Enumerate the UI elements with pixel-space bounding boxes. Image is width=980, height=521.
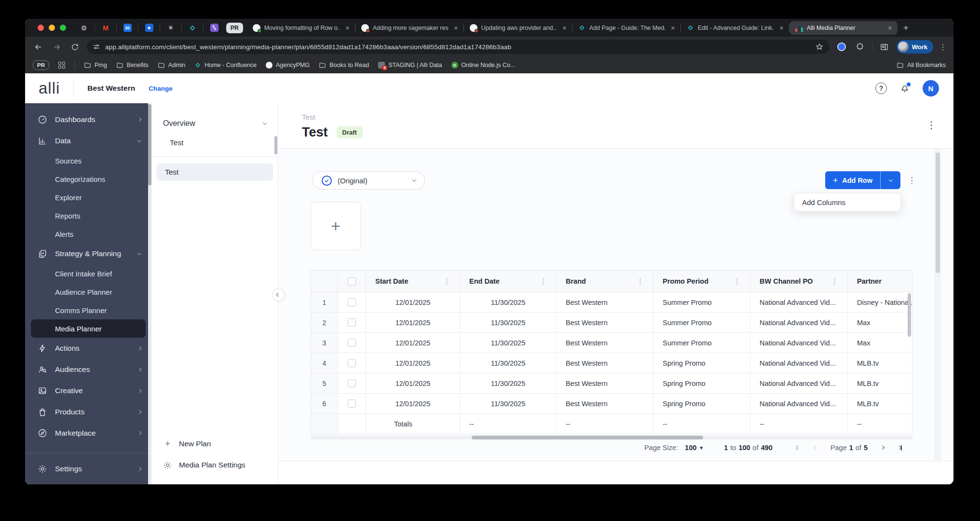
tab-1[interactable]: Adding more sagemaker res... × bbox=[355, 21, 463, 35]
close-tab-icon[interactable]: × bbox=[452, 24, 460, 32]
bookmark-pmg[interactable]: Pmg bbox=[84, 62, 107, 69]
page-scrollbar-track[interactable] bbox=[934, 149, 941, 461]
column-header-promo-period[interactable]: Promo Period⋮ bbox=[653, 271, 750, 292]
close-tab-icon[interactable]: × bbox=[778, 24, 785, 32]
add-tile-button[interactable]: + bbox=[311, 202, 361, 250]
cell-partner[interactable]: MLB.tv bbox=[848, 353, 912, 373]
add-row-dropdown-button[interactable] bbox=[880, 171, 900, 189]
tab-3[interactable]: Add Page - Guide: The Med... × bbox=[572, 21, 681, 35]
column-header-partner[interactable]: Partner bbox=[848, 271, 912, 292]
user-avatar[interactable]: N bbox=[923, 80, 939, 96]
help-button[interactable]: ? bbox=[875, 82, 887, 94]
cell-promo-period[interactable]: Summer Promo bbox=[653, 292, 750, 312]
cell-start-date[interactable]: 12/01/2025 bbox=[366, 353, 460, 373]
row-checkbox[interactable] bbox=[348, 379, 356, 387]
reload-button[interactable] bbox=[68, 41, 81, 53]
overview-section-header[interactable]: Overview bbox=[151, 114, 278, 133]
cell-bw-channel-po[interactable]: National Advanced Vid... bbox=[750, 292, 848, 312]
column-menu-icon[interactable]: ⋮ bbox=[831, 277, 838, 286]
cell-start-date[interactable]: 12/01/2025 bbox=[366, 292, 460, 312]
row-checkbox[interactable] bbox=[348, 399, 356, 408]
panel-scrollbar-thumb[interactable] bbox=[274, 136, 277, 154]
sidebar-item-creative[interactable]: Creative bbox=[25, 380, 151, 401]
cell-promo-period[interactable]: Spring Promo bbox=[653, 353, 750, 373]
sidebar-item-comms-planner[interactable]: Comms Planner bbox=[25, 301, 151, 319]
sidebar-search-button[interactable] bbox=[878, 41, 891, 53]
row-checkbox[interactable] bbox=[348, 298, 356, 306]
page-menu-button[interactable]: ⋮ bbox=[926, 119, 936, 131]
sidebar-item-marketplace[interactable]: Marketplace bbox=[25, 423, 151, 444]
apps-grid-icon[interactable] bbox=[58, 62, 65, 69]
bookmark-admin[interactable]: Admin bbox=[158, 62, 185, 69]
media-plan-settings-button[interactable]: Media Plan Settings bbox=[151, 454, 278, 476]
cell-promo-period[interactable]: Spring Promo bbox=[653, 393, 750, 413]
column-header-start-date[interactable]: Start Date⋮ bbox=[366, 271, 460, 292]
tab-4[interactable]: Edit - Advanced Guide: Link... × bbox=[681, 21, 789, 35]
add-row-button[interactable]: + Add Row bbox=[825, 171, 880, 189]
page-scrollbar-thumb[interactable] bbox=[936, 152, 940, 273]
row-checkbox[interactable] bbox=[348, 318, 356, 327]
cell-promo-period[interactable]: Summer Promo bbox=[653, 332, 750, 353]
sidebar-item-audiences[interactable]: Audiences bbox=[25, 359, 151, 380]
tab-5-active[interactable]: Alli Media Planner × bbox=[789, 21, 898, 35]
collapse-panel-button[interactable] bbox=[272, 288, 285, 301]
close-tab-icon[interactable]: × bbox=[561, 24, 568, 32]
openai-pinned-tab[interactable]: ✳ bbox=[163, 22, 178, 34]
site-settings-icon[interactable] bbox=[93, 43, 100, 51]
cell-brand[interactable]: Best Western bbox=[557, 373, 653, 393]
table-horizontal-scrollbar-thumb[interactable] bbox=[472, 436, 703, 439]
sidebar-item-actions[interactable]: Actions bbox=[25, 338, 151, 359]
bookmark-node[interactable]: n Online Node.js Co... bbox=[451, 62, 516, 69]
address-bar[interactable]: app.alliplatform.com/client/best_western… bbox=[87, 40, 830, 54]
sidebar-item-audience-planner[interactable]: Audience Planner bbox=[25, 283, 151, 301]
select-all-checkbox[interactable] bbox=[348, 277, 356, 286]
row-checkbox[interactable] bbox=[348, 359, 356, 367]
previous-page-button[interactable] bbox=[810, 442, 821, 453]
gmail-pinned-tab[interactable]: M bbox=[98, 22, 113, 34]
all-bookmarks-button[interactable]: All Bookmarks bbox=[897, 62, 946, 69]
grid-menu-button[interactable]: ⋮ bbox=[908, 176, 916, 186]
new-tab-button[interactable]: + bbox=[903, 23, 909, 33]
column-header-end-date[interactable]: End Date⋮ bbox=[460, 271, 557, 292]
cell-end-date[interactable]: 11/30/2025 bbox=[460, 373, 557, 393]
bookmark-staging-alli[interactable]: 5 STAGING | Alli Data bbox=[378, 62, 442, 69]
cell-partner[interactable]: Max bbox=[848, 312, 912, 332]
page-size-select[interactable]: 100▼ bbox=[685, 444, 704, 452]
cell-end-date[interactable]: 11/30/2025 bbox=[460, 353, 557, 373]
cell-bw-channel-po[interactable]: National Advanced Vid... bbox=[750, 332, 848, 353]
close-tab-icon[interactable]: × bbox=[669, 24, 677, 32]
cell-brand[interactable]: Best Western bbox=[557, 353, 653, 373]
cell-bw-channel-po[interactable]: National Advanced Vid... bbox=[750, 393, 848, 413]
password-extension-button[interactable] bbox=[835, 41, 848, 53]
cell-brand[interactable]: Best Western bbox=[557, 332, 653, 353]
sidebar-item-settings[interactable]: Settings bbox=[25, 458, 151, 480]
bookmark-star-icon[interactable] bbox=[815, 42, 824, 51]
table-horizontal-scrollbar[interactable] bbox=[311, 436, 912, 439]
sidebar-item-dashboards[interactable]: Dashboards bbox=[25, 109, 151, 130]
forward-button[interactable] bbox=[50, 41, 63, 53]
next-page-button[interactable] bbox=[877, 442, 888, 453]
pixel-app-pinned-tab[interactable]: ▚ bbox=[207, 22, 221, 34]
tab-2[interactable]: Updating aws provider and... × bbox=[464, 21, 572, 35]
first-page-button[interactable] bbox=[793, 442, 803, 453]
column-menu-icon[interactable]: ⋮ bbox=[540, 277, 547, 286]
browser-profile-chip[interactable]: Work bbox=[897, 40, 933, 54]
close-window-button[interactable] bbox=[38, 25, 44, 31]
cell-end-date[interactable]: 11/30/2025 bbox=[460, 332, 557, 353]
sidebar-scrollbar-thumb[interactable] bbox=[148, 104, 151, 185]
confluence-pinned-tab[interactable] bbox=[185, 22, 200, 34]
cell-partner[interactable]: MLB.tv bbox=[848, 393, 912, 413]
column-menu-icon[interactable]: ⋮ bbox=[734, 277, 741, 286]
sidebar-item-media-planner-selected[interactable]: Media Planner bbox=[31, 319, 146, 338]
sidebar-item-reports[interactable]: Reports bbox=[25, 206, 151, 225]
bookmark-benefits[interactable]: Benefits bbox=[116, 62, 149, 69]
cell-partner[interactable]: Disney - National... bbox=[848, 292, 912, 312]
bookmark-confluence[interactable]: Home - Confluence bbox=[194, 62, 257, 69]
cell-start-date[interactable]: 12/01/2025 bbox=[366, 373, 460, 393]
grafana-pinned-tab[interactable]: ⚙ bbox=[77, 22, 91, 34]
sidebar-item-products[interactable]: Products bbox=[25, 401, 151, 423]
cell-end-date[interactable]: 11/30/2025 bbox=[460, 393, 557, 413]
column-menu-icon[interactable]: ⋮ bbox=[443, 277, 450, 286]
calendar-pinned-tab[interactable]: 30 bbox=[120, 22, 135, 34]
sidebar-item-sources[interactable]: Sources bbox=[25, 151, 151, 170]
